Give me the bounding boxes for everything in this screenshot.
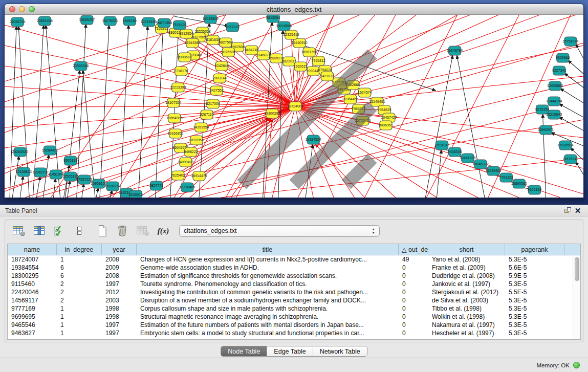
cell-pagerank[interactable]: 5.3E-5 [505, 329, 564, 337]
window-resize-grip-icon[interactable] [5, 15, 583, 198]
cell-year[interactable]: 2003 [102, 296, 137, 304]
cell-year[interactable]: 2009 [102, 264, 137, 272]
cell-name[interactable]: 19384554 [8, 264, 57, 272]
cell-in_degree[interactable]: 2 [57, 288, 102, 296]
cell-out_degree[interactable]: 0 [399, 296, 428, 304]
cell-year[interactable]: 2008 [102, 255, 137, 264]
cell-year[interactable]: 1997 [102, 321, 137, 329]
cell-name[interactable]: 9465546 [8, 321, 57, 329]
cell-out_degree[interactable]: 0 [399, 304, 428, 313]
cell-year[interactable]: 1997 [102, 280, 137, 288]
column-header-in_degree[interactable]: in_degree [57, 244, 102, 255]
tab-edge-table[interactable]: Edge Table [267, 346, 313, 356]
column-header-pagerank[interactable]: pagerank [505, 244, 564, 255]
cell-title[interactable]: Changes of HCN gene expression and I(f) … [137, 255, 399, 264]
cell-title[interactable]: Investigating the contribution of common… [137, 288, 399, 296]
table-row[interactable]: 969969511998Structural magnetic resonanc… [8, 313, 580, 321]
table-row[interactable]: 977716911998Corpus callosum shape and si… [8, 304, 580, 313]
cell-out_degree[interactable]: 49 [399, 255, 428, 264]
cell-title[interactable]: Genome-wide association studies in ADHD. [137, 264, 399, 272]
column-header-short[interactable]: short [428, 244, 505, 255]
cell-in_degree[interactable]: 2 [57, 296, 102, 304]
cell-short[interactable]: Yano et al. (2008) [428, 255, 505, 264]
column-header-title[interactable]: title [137, 244, 399, 255]
table-row[interactable]: 1456911722003Disruption of a novel membe… [8, 296, 580, 304]
table-row[interactable]: 2242004622012Investigating the contribut… [8, 288, 580, 296]
cell-out_degree[interactable]: 0 [399, 313, 428, 321]
cell-year[interactable]: 1998 [102, 304, 137, 313]
cell-out_degree[interactable]: 0 [399, 272, 428, 280]
cell-out_degree[interactable]: 0 [399, 329, 428, 337]
unselect-all-button[interactable] [73, 224, 85, 238]
cell-in_degree[interactable]: 2 [57, 280, 102, 288]
cell-short[interactable]: Wolkin et al. (1998) [428, 313, 505, 321]
cell-pagerank[interactable]: 5.6E-5 [505, 264, 564, 272]
cell-year[interactable]: 2008 [102, 272, 137, 280]
cell-short[interactable]: Tibbo et al. (1998) [428, 304, 505, 313]
float-panel-button[interactable] [562, 206, 573, 215]
cell-pagerank[interactable]: 5.3E-5 [505, 313, 564, 321]
table-row[interactable]: 946362711997Embryonic stem cells: a mode… [8, 329, 580, 337]
scrollbar-thumb[interactable] [575, 257, 579, 281]
table-row[interactable]: 1872400712008Changes of HCN gene express… [8, 255, 580, 264]
column-header-name[interactable]: name [8, 244, 57, 255]
zoom-window-button[interactable] [29, 6, 35, 12]
cell-short[interactable]: Hescheler et al. (1997) [428, 329, 505, 337]
table-row[interactable]: 1830029562008Estimation of significance … [8, 272, 580, 280]
cell-out_degree[interactable]: 0 [399, 264, 428, 272]
tab-node-table[interactable]: Node Table [221, 346, 267, 356]
function-builder-button[interactable]: f(x) [157, 224, 169, 238]
cell-short[interactable]: de Silva et al. (2003) [428, 296, 505, 304]
cell-year[interactable]: 2012 [102, 288, 137, 296]
cell-out_degree[interactable]: 0 [399, 288, 428, 296]
cell-name[interactable]: 22420046 [8, 288, 57, 296]
cell-pagerank[interactable]: 5.9E-5 [505, 272, 564, 280]
column-header-year[interactable]: year [102, 244, 137, 255]
cell-title[interactable]: Disruption of a novel member of a sodium… [137, 296, 399, 304]
cell-year[interactable]: 1997 [102, 329, 137, 337]
cell-in_degree[interactable]: 6 [57, 264, 102, 272]
cell-title[interactable]: Estimation of significance thresholds fo… [137, 272, 399, 280]
network-view-canvas[interactable]: 1872400719300297716382288601288912954232… [5, 15, 583, 198]
cell-short[interactable]: Dudbridge et al. (2008) [428, 272, 505, 280]
cell-title[interactable]: Embryonic stem cells: a model to study s… [137, 329, 399, 337]
cell-name[interactable]: 14569117 [8, 296, 57, 304]
cell-in_degree[interactable]: 1 [57, 329, 102, 337]
column-header-out_degree[interactable]: △ out_de... [399, 244, 428, 255]
cell-in_degree[interactable]: 1 [57, 304, 102, 313]
table-row[interactable]: 1938455462009Genome-wide association stu… [8, 264, 580, 272]
cell-short[interactable]: Nakamura et al. (1997) [428, 321, 505, 329]
cell-name[interactable]: 9463627 [8, 329, 57, 337]
close-window-button[interactable] [9, 6, 15, 12]
table-scrollbar[interactable] [573, 256, 580, 339]
cell-name[interactable]: 18724007 [8, 255, 57, 264]
cell-name[interactable]: 9777169 [8, 304, 57, 313]
cell-in_degree[interactable]: 6 [57, 272, 102, 280]
network-window-titlebar[interactable]: citations_edges.txt [5, 4, 583, 15]
table-row[interactable]: 911546021997Tourette syndrome. Phenomeno… [8, 280, 580, 288]
cell-pagerank[interactable]: 5.3E-5 [505, 296, 564, 304]
cell-name[interactable]: 9115460 [8, 280, 57, 288]
cell-title[interactable]: Corpus callosum shape and size in male p… [137, 304, 399, 313]
cell-name[interactable]: 18300295 [8, 272, 57, 280]
cell-pagerank[interactable]: 5.3E-5 [505, 255, 564, 264]
table-selector-dropdown[interactable]: citations_edges.txt ▲▼ [179, 225, 380, 237]
cell-name[interactable]: 9699695 [8, 313, 57, 321]
cell-title[interactable]: Tourette syndrome. Phenomenology and cla… [137, 280, 399, 288]
tab-network-table[interactable]: Network Table [313, 346, 367, 356]
show-columns-button[interactable] [33, 224, 46, 238]
cell-title[interactable]: Structural magnetic resonance image aver… [137, 313, 399, 321]
cell-out_degree[interactable]: 0 [399, 280, 428, 288]
close-panel-button[interactable]: ✕ [573, 206, 583, 215]
cell-pagerank[interactable]: 5.5E-5 [505, 288, 564, 296]
cell-in_degree[interactable]: 1 [57, 255, 102, 264]
table-row[interactable]: 946554611997Estimation of the future num… [8, 321, 580, 329]
cell-pagerank[interactable]: 5.3E-5 [505, 304, 564, 313]
table-mode-button[interactable] [12, 224, 26, 238]
cell-short[interactable]: Jankovic et al. (1997) [428, 280, 505, 288]
select-all-button[interactable] [53, 224, 66, 238]
new-column-button[interactable] [96, 224, 108, 238]
cell-pagerank[interactable]: 5.3E-5 [505, 280, 564, 288]
cell-pagerank[interactable]: 5.3E-5 [505, 321, 564, 329]
cell-in_degree[interactable]: 1 [57, 321, 102, 329]
